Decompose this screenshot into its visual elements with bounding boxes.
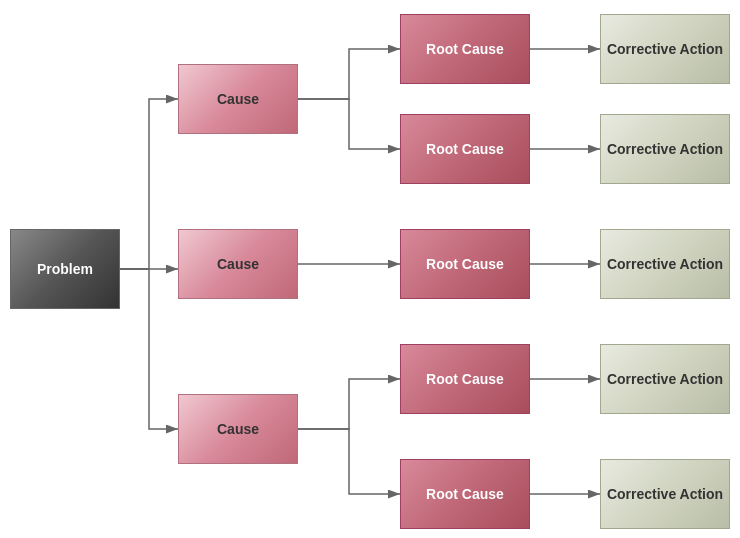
problem-node[interactable]: Problem xyxy=(10,229,120,309)
root-cause-node-4[interactable]: Root Cause xyxy=(400,344,530,414)
root-cause-node-1[interactable]: Root Cause xyxy=(400,14,530,84)
root-cause-node-3[interactable]: Root Cause xyxy=(400,229,530,299)
action-node-4[interactable]: Corrective Action xyxy=(600,344,730,414)
action-node-5[interactable]: Corrective Action xyxy=(600,459,730,529)
cause-node-3[interactable]: Cause xyxy=(178,394,298,464)
action-1-label: Corrective Action xyxy=(607,41,723,57)
action-node-1[interactable]: Corrective Action xyxy=(600,14,730,84)
cause-3-label: Cause xyxy=(217,421,259,437)
problem-label: Problem xyxy=(37,261,93,277)
action-3-label: Corrective Action xyxy=(607,256,723,272)
root-2-label: Root Cause xyxy=(426,141,504,157)
root-5-label: Root Cause xyxy=(426,486,504,502)
cause-2-label: Cause xyxy=(217,256,259,272)
fishbone-diagram: Problem Cause Cause Cause Root Cause Roo… xyxy=(0,0,740,538)
action-4-label: Corrective Action xyxy=(607,371,723,387)
cause-node-2[interactable]: Cause xyxy=(178,229,298,299)
root-4-label: Root Cause xyxy=(426,371,504,387)
action-node-2[interactable]: Corrective Action xyxy=(600,114,730,184)
cause-node-1[interactable]: Cause xyxy=(178,64,298,134)
cause-1-label: Cause xyxy=(217,91,259,107)
root-3-label: Root Cause xyxy=(426,256,504,272)
action-2-label: Corrective Action xyxy=(607,141,723,157)
action-node-3[interactable]: Corrective Action xyxy=(600,229,730,299)
root-cause-node-2[interactable]: Root Cause xyxy=(400,114,530,184)
action-5-label: Corrective Action xyxy=(607,486,723,502)
root-cause-node-5[interactable]: Root Cause xyxy=(400,459,530,529)
root-1-label: Root Cause xyxy=(426,41,504,57)
